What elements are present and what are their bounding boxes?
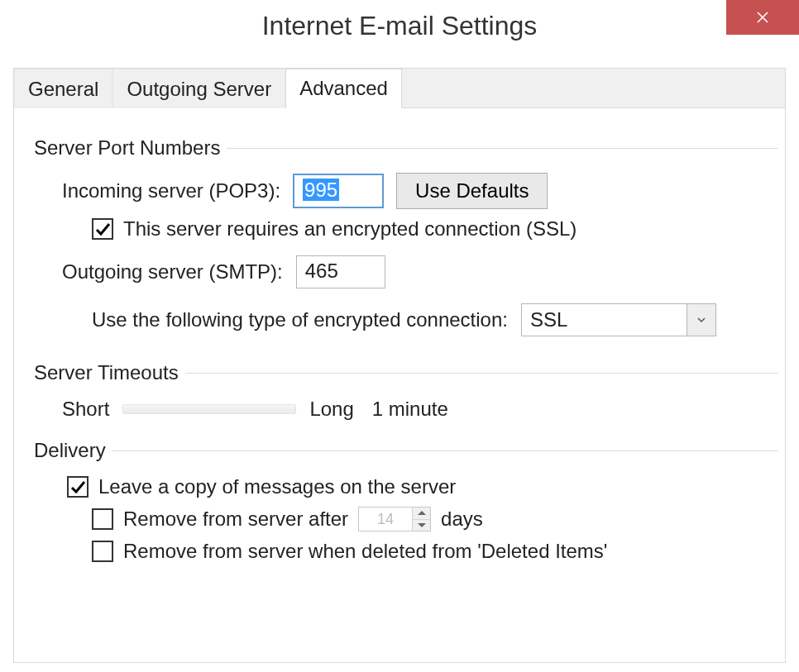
tab-general[interactable]: General	[14, 69, 112, 108]
timeout-long-label: Long	[309, 398, 353, 421]
settings-pane: General Outgoing Server Advanced Server …	[13, 68, 786, 663]
row-timeout-slider: Short Long 1 minute	[62, 398, 778, 421]
row-incoming-port: Incoming server (POP3): 995 Use Defaults	[62, 173, 778, 209]
encryption-type-label: Use the following type of encrypted conn…	[92, 308, 508, 331]
tabs-strip: General Outgoing Server Advanced	[14, 69, 785, 108]
group-label-server-timeouts: Server Timeouts	[34, 361, 185, 384]
row-remove-after: Remove from server after 14 days	[92, 507, 778, 531]
group-divider	[185, 373, 778, 374]
group-divider	[112, 450, 778, 451]
leave-copy-checkbox[interactable]	[67, 476, 89, 498]
tab-outgoing-server[interactable]: Outgoing Server	[112, 69, 285, 108]
timeout-short-label: Short	[62, 398, 109, 421]
group-divider	[227, 148, 778, 149]
group-label-delivery: Delivery	[34, 439, 112, 462]
chevron-down-icon	[696, 315, 706, 325]
check-icon	[69, 479, 86, 495]
tab-content-advanced: Server Port Numbers Incoming server (POP…	[14, 108, 785, 563]
row-remove-deleted: Remove from server when deleted from 'De…	[92, 540, 778, 563]
check-icon	[94, 221, 111, 237]
group-label-port-numbers: Server Port Numbers	[34, 136, 227, 160]
timeout-slider[interactable]	[122, 404, 296, 414]
close-icon	[756, 11, 769, 24]
encryption-type-dropdown-button[interactable]	[687, 303, 716, 336]
title-bar: Internet E-mail Settings	[0, 0, 799, 53]
group-server-timeouts: Server Timeouts	[34, 361, 778, 384]
encryption-type-select[interactable]: SSL	[521, 303, 716, 336]
row-encryption-type: Use the following type of encrypted conn…	[92, 303, 778, 336]
spinner-down-button[interactable]	[413, 519, 430, 531]
timeout-value-label: 1 minute	[372, 398, 448, 421]
incoming-port-value: 995	[303, 179, 339, 201]
group-delivery: Delivery	[34, 439, 778, 462]
remove-after-suffix: days	[441, 508, 483, 531]
outgoing-port-input[interactable]: 465	[296, 255, 385, 288]
group-server-port-numbers: Server Port Numbers	[34, 136, 778, 160]
use-defaults-button[interactable]: Use Defaults	[396, 173, 548, 209]
row-leave-copy: Leave a copy of messages on the server	[67, 475, 778, 498]
encryption-type-value: SSL	[521, 303, 687, 336]
remove-deleted-label: Remove from server when deleted from 'De…	[123, 540, 607, 563]
remove-after-days-value: 14	[359, 508, 412, 531]
remove-after-days-spinner[interactable]: 14	[358, 507, 431, 531]
outgoing-port-label: Outgoing server (SMTP):	[62, 260, 283, 284]
incoming-port-label: Incoming server (POP3):	[62, 179, 280, 203]
outgoing-port-value: 465	[305, 260, 338, 282]
incoming-port-input[interactable]: 995	[294, 174, 383, 207]
close-button[interactable]	[726, 0, 799, 35]
spinner-buttons	[412, 508, 430, 531]
row-outgoing-port: Outgoing server (SMTP): 465	[62, 255, 778, 288]
window-title: Internet E-mail Settings	[0, 11, 799, 41]
remove-after-prefix: Remove from server after	[123, 508, 348, 531]
tab-advanced[interactable]: Advanced	[285, 69, 402, 108]
triangle-down-icon	[418, 523, 426, 527]
leave-copy-label: Leave a copy of messages on the server	[98, 475, 456, 498]
triangle-up-icon	[418, 511, 426, 515]
ssl-required-label: This server requires an encrypted connec…	[123, 217, 577, 241]
spinner-up-button[interactable]	[413, 508, 430, 519]
remove-after-checkbox[interactable]	[92, 508, 113, 530]
remove-deleted-checkbox[interactable]	[92, 541, 113, 562]
row-ssl-required: This server requires an encrypted connec…	[92, 217, 778, 241]
ssl-required-checkbox[interactable]	[92, 218, 113, 240]
